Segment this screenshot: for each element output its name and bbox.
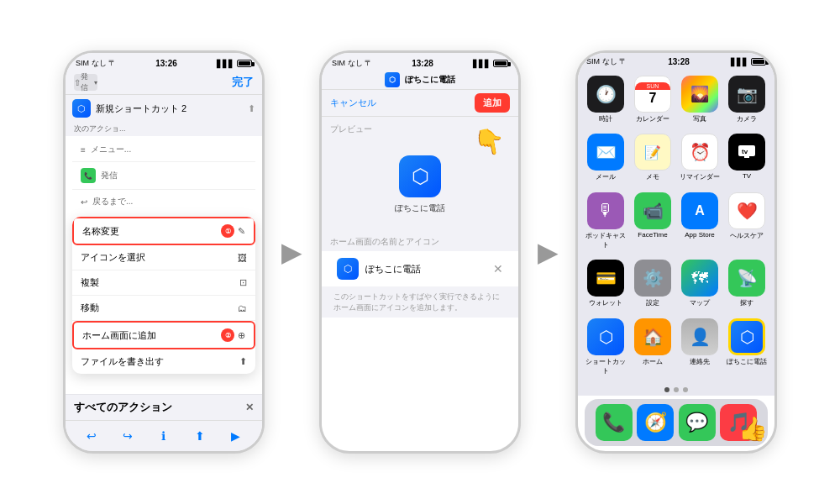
- dock-messages[interactable]: 💬: [679, 404, 716, 441]
- next-action-label: 次のアクショ...: [66, 122, 262, 136]
- app-notes[interactable]: 📝 メモ: [632, 134, 674, 186]
- all-actions-label: すべてのアクション: [74, 400, 172, 415]
- app-facetime[interactable]: 📹 FaceTime: [632, 192, 674, 255]
- undo-btn[interactable]: ↩: [74, 426, 110, 446]
- tv-icon: tv: [728, 134, 765, 171]
- phone1-battery: ▋▋▋: [217, 60, 252, 68]
- app-podcasts[interactable]: 🎙 ポッドキャスト: [585, 192, 627, 255]
- app-appstore[interactable]: A App Store: [679, 192, 721, 255]
- appstore-icon: A: [681, 192, 718, 229]
- share-btn[interactable]: ⬆: [181, 426, 218, 446]
- all-actions-bar: すべてのアクション ✕: [66, 394, 262, 420]
- dock-phone[interactable]: 📞: [596, 404, 633, 441]
- photos-label: 写真: [693, 114, 706, 123]
- home-label: ホーム: [643, 357, 663, 366]
- app-shortcuts[interactable]: ⬡ ショートカット: [585, 318, 627, 381]
- thumbs-up-icon: 👍: [738, 415, 768, 443]
- shortcuts-label: ショートカット: [585, 357, 627, 375]
- export-label: ファイルを書き出す: [81, 355, 164, 368]
- app-settings[interactable]: ⚙️ 設定: [632, 260, 674, 312]
- app-grid: 🕐 時計 SUN 7 カレンダー 🌄 写真 📷 カメラ ✉️ メール 📝 メモ: [578, 69, 774, 384]
- p2-app-icon: ⬡: [385, 72, 400, 87]
- camera-label: カメラ: [737, 114, 757, 123]
- add-home-right: ② ⊕: [221, 328, 245, 342]
- app-reminders[interactable]: ⏰ リマインダー: [679, 134, 721, 186]
- dot-2: [674, 387, 679, 392]
- copy-icon: ⊡: [239, 277, 247, 288]
- done-button[interactable]: 完了: [232, 75, 254, 90]
- menu-item-export[interactable]: ファイルを書き出す ⬆: [72, 349, 255, 374]
- phone1-middle-rows: ≡ メニュー... 📞 発信 ↩ 戻るまで...: [72, 138, 255, 213]
- preview-label: プレビュー: [322, 117, 518, 139]
- close-icon[interactable]: ✕: [245, 402, 254, 413]
- maps-icon: 🗺: [681, 260, 718, 297]
- redo-btn[interactable]: ↪: [110, 426, 146, 446]
- app-contacts[interactable]: 👤 連絡先: [679, 318, 721, 381]
- app-calendar[interactable]: SUN 7 カレンダー: [632, 76, 674, 129]
- find-label: 探す: [740, 298, 753, 307]
- appstore-label: App Store: [685, 231, 715, 239]
- phone2-app-title-bar: ⬡ ぽちこに電話: [322, 71, 518, 90]
- phone1-time: 13:26: [155, 59, 177, 68]
- back-icon: ↩: [81, 197, 87, 207]
- page-dots: [578, 384, 774, 396]
- arrow-2: ▶: [538, 236, 559, 268]
- messages-icon: 💬: [679, 404, 716, 441]
- menu-item-copy[interactable]: 複製 ⊡: [72, 270, 255, 296]
- app-mail[interactable]: ✉️ メール: [585, 134, 627, 186]
- play-btn[interactable]: ▶: [218, 426, 254, 446]
- app-maps[interactable]: 🗺 マップ: [679, 260, 721, 312]
- app-clock[interactable]: 🕐 時計: [585, 76, 627, 129]
- app-tv[interactable]: tv TV: [726, 134, 768, 186]
- phone-icon: 📞: [596, 404, 633, 441]
- mail-icon: ✉️: [587, 134, 624, 171]
- app-find[interactable]: 📡 探す: [726, 260, 768, 312]
- menu-item-rename[interactable]: 名称変更 ① ✎: [72, 217, 255, 245]
- move-icon: 🗂: [238, 303, 247, 313]
- arrow-1: ▶: [281, 236, 302, 268]
- rename-right: ① ✎: [221, 224, 245, 238]
- phone2-carrier: SIM なし 〒: [332, 58, 372, 69]
- phone1-header: ⇧ 発信 ▾ 完了: [66, 71, 262, 95]
- menu-row-3: ↩ 戻るまで...: [72, 190, 255, 213]
- home-name-icon: ⬡: [337, 258, 359, 280]
- add-button[interactable]: 追加: [475, 93, 510, 113]
- phone1-carrier: SIM なし 〒: [76, 58, 116, 69]
- home-name-text[interactable]: ぽちこに電話: [365, 263, 486, 276]
- clear-button[interactable]: ✕: [493, 262, 503, 276]
- phone2-status-bar: SIM なし 〒 13:28 ▋▋▋: [322, 53, 518, 71]
- settings-label: 設定: [646, 298, 659, 307]
- shortcuts-icon: ⬡: [587, 318, 624, 355]
- info-btn[interactable]: ℹ: [146, 426, 182, 446]
- health-icon: ❤️: [728, 192, 765, 229]
- find-icon: 📡: [728, 260, 765, 297]
- pochiko-label: ぽちこに電話: [727, 357, 767, 366]
- app-pochiko[interactable]: ⬡ ぽちこに電話: [726, 318, 768, 381]
- home-icon: 🏠: [634, 318, 671, 355]
- image-icon: 🖼: [238, 253, 247, 263]
- wallet-label: ウォレット: [589, 298, 622, 307]
- reminders-icon: ⏰: [681, 134, 718, 171]
- app-photos[interactable]: 🌄 写真: [679, 76, 721, 129]
- menu-item-add-home[interactable]: ホーム画面に追加 ② ⊕: [72, 321, 255, 349]
- app-health[interactable]: ❤️ ヘルスケア: [726, 192, 768, 255]
- phone3-status-bar: SIM なし 〒 13:28 ▋▋▋: [578, 53, 774, 69]
- calendar-label: カレンダー: [636, 114, 669, 123]
- tv-label: TV: [743, 172, 751, 180]
- dock-safari[interactable]: 🧭: [637, 404, 674, 441]
- cancel-button[interactable]: キャンセル: [330, 97, 376, 109]
- mail-label: メール: [596, 172, 616, 181]
- wallet-icon: 💳: [587, 260, 624, 297]
- menu-item-icon[interactable]: アイコンを選択 🖼: [72, 245, 255, 270]
- send-label: 発信: [81, 71, 94, 93]
- pochiko-icon: ⬡: [728, 318, 765, 355]
- app-camera[interactable]: 📷 カメラ: [726, 76, 768, 129]
- calendar-icon: SUN 7: [634, 76, 671, 113]
- menu-item-move[interactable]: 移動 🗂: [72, 296, 255, 321]
- app-home[interactable]: 🏠 ホーム: [632, 318, 674, 381]
- app-wallet[interactable]: 💳 ウォレット: [585, 260, 627, 312]
- phone-3: SIM なし 〒 13:28 ▋▋▋ 🕐 時計 SUN 7 カレンダー 🌄 写真…: [575, 50, 777, 454]
- camera-icon: 📷: [728, 76, 765, 113]
- bottom-toolbar: ↩ ↪ ℹ ⬆ ▶: [66, 420, 262, 451]
- facetime-label: FaceTime: [638, 231, 667, 239]
